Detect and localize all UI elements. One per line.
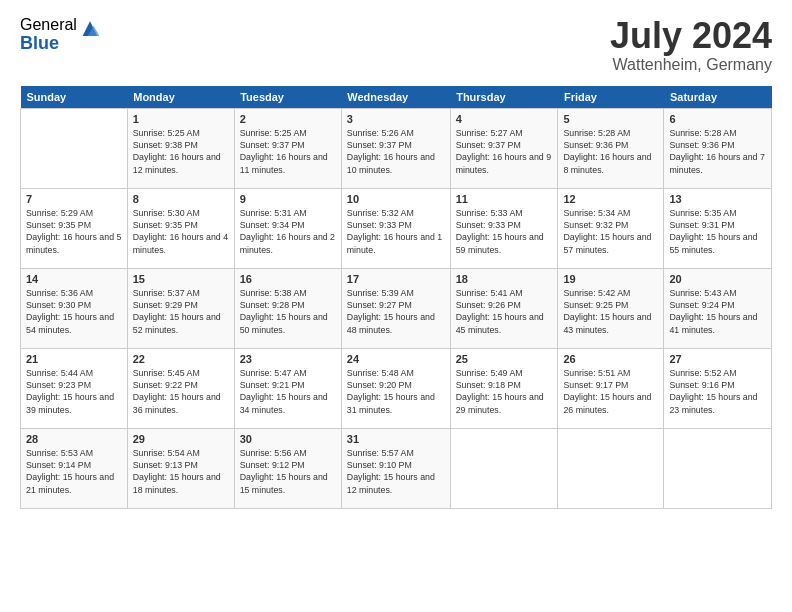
logo: General Blue [20, 16, 101, 53]
col-wednesday: Wednesday [341, 86, 450, 109]
calendar-cell: 28Sunrise: 5:53 AMSunset: 9:14 PMDayligh… [21, 428, 128, 508]
day-number: 11 [456, 193, 553, 205]
day-info: Sunrise: 5:35 AMSunset: 9:31 PMDaylight:… [669, 208, 757, 255]
logo-text: General Blue [20, 16, 77, 53]
day-info: Sunrise: 5:31 AMSunset: 9:34 PMDaylight:… [240, 208, 335, 255]
day-info: Sunrise: 5:29 AMSunset: 9:35 PMDaylight:… [26, 208, 121, 255]
day-info: Sunrise: 5:37 AMSunset: 9:29 PMDaylight:… [133, 288, 221, 335]
day-info: Sunrise: 5:32 AMSunset: 9:33 PMDaylight:… [347, 208, 442, 255]
calendar-cell: 22Sunrise: 5:45 AMSunset: 9:22 PMDayligh… [127, 348, 234, 428]
day-info: Sunrise: 5:43 AMSunset: 9:24 PMDaylight:… [669, 288, 757, 335]
day-number: 27 [669, 353, 766, 365]
calendar-cell: 17Sunrise: 5:39 AMSunset: 9:27 PMDayligh… [341, 268, 450, 348]
calendar-cell: 8Sunrise: 5:30 AMSunset: 9:35 PMDaylight… [127, 188, 234, 268]
calendar-cell: 18Sunrise: 5:41 AMSunset: 9:26 PMDayligh… [450, 268, 558, 348]
day-number: 5 [563, 113, 658, 125]
day-number: 15 [133, 273, 229, 285]
day-info: Sunrise: 5:36 AMSunset: 9:30 PMDaylight:… [26, 288, 114, 335]
calendar-cell: 30Sunrise: 5:56 AMSunset: 9:12 PMDayligh… [234, 428, 341, 508]
calendar-cell: 11Sunrise: 5:33 AMSunset: 9:33 PMDayligh… [450, 188, 558, 268]
calendar-cell: 21Sunrise: 5:44 AMSunset: 9:23 PMDayligh… [21, 348, 128, 428]
calendar-cell: 10Sunrise: 5:32 AMSunset: 9:33 PMDayligh… [341, 188, 450, 268]
day-info: Sunrise: 5:47 AMSunset: 9:21 PMDaylight:… [240, 368, 328, 415]
day-info: Sunrise: 5:52 AMSunset: 9:16 PMDaylight:… [669, 368, 757, 415]
day-number: 26 [563, 353, 658, 365]
day-info: Sunrise: 5:51 AMSunset: 9:17 PMDaylight:… [563, 368, 651, 415]
day-number: 8 [133, 193, 229, 205]
day-number: 14 [26, 273, 122, 285]
day-number: 29 [133, 433, 229, 445]
day-number: 31 [347, 433, 445, 445]
calendar-body: 1Sunrise: 5:25 AMSunset: 9:38 PMDaylight… [21, 108, 772, 508]
day-number: 19 [563, 273, 658, 285]
calendar-cell: 1Sunrise: 5:25 AMSunset: 9:38 PMDaylight… [127, 108, 234, 188]
day-number: 10 [347, 193, 445, 205]
calendar-cell: 14Sunrise: 5:36 AMSunset: 9:30 PMDayligh… [21, 268, 128, 348]
day-info: Sunrise: 5:44 AMSunset: 9:23 PMDaylight:… [26, 368, 114, 415]
header-row: Sunday Monday Tuesday Wednesday Thursday… [21, 86, 772, 109]
day-info: Sunrise: 5:33 AMSunset: 9:33 PMDaylight:… [456, 208, 544, 255]
calendar-cell: 13Sunrise: 5:35 AMSunset: 9:31 PMDayligh… [664, 188, 772, 268]
day-number: 21 [26, 353, 122, 365]
day-info: Sunrise: 5:41 AMSunset: 9:26 PMDaylight:… [456, 288, 544, 335]
day-number: 30 [240, 433, 336, 445]
day-info: Sunrise: 5:54 AMSunset: 9:13 PMDaylight:… [133, 448, 221, 495]
day-info: Sunrise: 5:42 AMSunset: 9:25 PMDaylight:… [563, 288, 651, 335]
col-monday: Monday [127, 86, 234, 109]
day-info: Sunrise: 5:56 AMSunset: 9:12 PMDaylight:… [240, 448, 328, 495]
calendar-week-1: 1Sunrise: 5:25 AMSunset: 9:38 PMDaylight… [21, 108, 772, 188]
day-info: Sunrise: 5:53 AMSunset: 9:14 PMDaylight:… [26, 448, 114, 495]
header: General Blue July 2024 Wattenheim, Germa… [20, 16, 772, 74]
day-info: Sunrise: 5:38 AMSunset: 9:28 PMDaylight:… [240, 288, 328, 335]
day-number: 12 [563, 193, 658, 205]
day-info: Sunrise: 5:30 AMSunset: 9:35 PMDaylight:… [133, 208, 228, 255]
col-friday: Friday [558, 86, 664, 109]
calendar-week-3: 14Sunrise: 5:36 AMSunset: 9:30 PMDayligh… [21, 268, 772, 348]
day-number: 28 [26, 433, 122, 445]
calendar-cell: 2Sunrise: 5:25 AMSunset: 9:37 PMDaylight… [234, 108, 341, 188]
calendar-cell [558, 428, 664, 508]
calendar-cell [664, 428, 772, 508]
calendar-cell: 6Sunrise: 5:28 AMSunset: 9:36 PMDaylight… [664, 108, 772, 188]
day-number: 25 [456, 353, 553, 365]
calendar-cell: 27Sunrise: 5:52 AMSunset: 9:16 PMDayligh… [664, 348, 772, 428]
col-thursday: Thursday [450, 86, 558, 109]
day-info: Sunrise: 5:27 AMSunset: 9:37 PMDaylight:… [456, 128, 551, 175]
page: General Blue July 2024 Wattenheim, Germa… [0, 0, 792, 519]
day-info: Sunrise: 5:34 AMSunset: 9:32 PMDaylight:… [563, 208, 651, 255]
day-info: Sunrise: 5:25 AMSunset: 9:37 PMDaylight:… [240, 128, 328, 175]
calendar-cell: 4Sunrise: 5:27 AMSunset: 9:37 PMDaylight… [450, 108, 558, 188]
day-number: 6 [669, 113, 766, 125]
day-info: Sunrise: 5:57 AMSunset: 9:10 PMDaylight:… [347, 448, 435, 495]
day-info: Sunrise: 5:48 AMSunset: 9:20 PMDaylight:… [347, 368, 435, 415]
calendar-week-2: 7Sunrise: 5:29 AMSunset: 9:35 PMDaylight… [21, 188, 772, 268]
calendar-week-5: 28Sunrise: 5:53 AMSunset: 9:14 PMDayligh… [21, 428, 772, 508]
day-number: 3 [347, 113, 445, 125]
day-number: 1 [133, 113, 229, 125]
logo-blue: Blue [20, 34, 77, 54]
calendar-cell: 26Sunrise: 5:51 AMSunset: 9:17 PMDayligh… [558, 348, 664, 428]
day-number: 13 [669, 193, 766, 205]
calendar-cell: 16Sunrise: 5:38 AMSunset: 9:28 PMDayligh… [234, 268, 341, 348]
calendar-cell: 20Sunrise: 5:43 AMSunset: 9:24 PMDayligh… [664, 268, 772, 348]
day-info: Sunrise: 5:45 AMSunset: 9:22 PMDaylight:… [133, 368, 221, 415]
calendar-cell: 29Sunrise: 5:54 AMSunset: 9:13 PMDayligh… [127, 428, 234, 508]
calendar-cell: 5Sunrise: 5:28 AMSunset: 9:36 PMDaylight… [558, 108, 664, 188]
calendar-cell: 12Sunrise: 5:34 AMSunset: 9:32 PMDayligh… [558, 188, 664, 268]
logo-icon [79, 18, 101, 40]
col-tuesday: Tuesday [234, 86, 341, 109]
day-info: Sunrise: 5:26 AMSunset: 9:37 PMDaylight:… [347, 128, 435, 175]
day-number: 9 [240, 193, 336, 205]
day-info: Sunrise: 5:39 AMSunset: 9:27 PMDaylight:… [347, 288, 435, 335]
calendar-cell: 31Sunrise: 5:57 AMSunset: 9:10 PMDayligh… [341, 428, 450, 508]
day-number: 24 [347, 353, 445, 365]
day-info: Sunrise: 5:25 AMSunset: 9:38 PMDaylight:… [133, 128, 221, 175]
calendar-table: Sunday Monday Tuesday Wednesday Thursday… [20, 86, 772, 509]
day-number: 22 [133, 353, 229, 365]
day-number: 17 [347, 273, 445, 285]
day-number: 2 [240, 113, 336, 125]
month-title: July 2024 [610, 16, 772, 56]
title-block: July 2024 Wattenheim, Germany [610, 16, 772, 74]
calendar-cell [450, 428, 558, 508]
calendar-cell: 24Sunrise: 5:48 AMSunset: 9:20 PMDayligh… [341, 348, 450, 428]
